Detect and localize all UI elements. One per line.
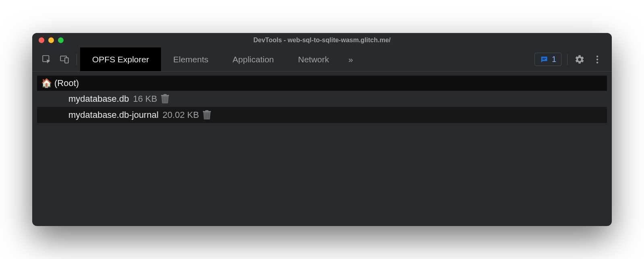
root-label: (Root) xyxy=(54,78,79,88)
tab-elements[interactable]: Elements xyxy=(161,47,221,71)
svg-point-6 xyxy=(597,58,598,60)
divider xyxy=(76,54,77,65)
svg-rect-4 xyxy=(542,59,545,60)
kebab-menu-icon xyxy=(592,54,603,65)
tab-application[interactable]: Application xyxy=(221,47,286,71)
opfs-tree-panel: 🏠 (Root) mydatabase.db 16 KB mydatabase.… xyxy=(32,72,612,226)
tab-network[interactable]: Network xyxy=(286,47,341,71)
close-window-button[interactable] xyxy=(39,37,44,43)
maximize-window-button[interactable] xyxy=(58,37,64,43)
svg-rect-2 xyxy=(65,58,68,63)
tree-file-row[interactable]: mydatabase.db 16 KB xyxy=(37,91,607,107)
tree-root-row[interactable]: 🏠 (Root) xyxy=(37,76,607,91)
file-name: mydatabase.db-journal xyxy=(68,110,159,120)
trash-icon xyxy=(161,94,169,104)
svg-rect-9 xyxy=(163,94,167,95)
titlebar: DevTools - web-sql-to-sqlite-wasm.glitch… xyxy=(32,33,612,47)
trash-icon xyxy=(203,110,211,120)
inspect-element-icon[interactable] xyxy=(38,51,56,68)
tab-label: Application xyxy=(233,55,274,64)
file-size: 16 KB xyxy=(133,94,157,104)
more-options-button[interactable] xyxy=(588,51,606,68)
issues-count: 1 xyxy=(552,55,556,64)
svg-rect-3 xyxy=(542,58,546,59)
file-name: mydatabase.db xyxy=(68,94,129,104)
tab-label: OPFS Explorer xyxy=(92,55,149,64)
gear-icon xyxy=(574,54,585,65)
devtools-tabbar: OPFS Explorer Elements Application Netwo… xyxy=(32,47,612,72)
tabs-list: OPFS Explorer Elements Application Netwo… xyxy=(80,47,360,71)
window-title: DevTools - web-sql-to-sqlite-wasm.glitch… xyxy=(32,37,612,44)
device-toolbar-icon[interactable] xyxy=(56,51,73,68)
svg-point-7 xyxy=(597,62,598,63)
tree-file-row[interactable]: mydatabase.db-journal 20.02 KB xyxy=(37,107,607,123)
devtools-window: DevTools - web-sql-to-sqlite-wasm.glitch… xyxy=(32,33,612,226)
delete-file-button[interactable] xyxy=(203,110,211,120)
tab-label: Network xyxy=(298,55,329,64)
tab-label: Elements xyxy=(173,55,208,64)
minimize-window-button[interactable] xyxy=(48,37,54,43)
chat-icon xyxy=(540,55,549,64)
chevron-double-right-icon: » xyxy=(349,55,353,64)
delete-file-button[interactable] xyxy=(161,94,169,104)
traffic-lights xyxy=(39,37,64,43)
issues-button[interactable]: 1 xyxy=(535,53,561,66)
file-size: 20.02 KB xyxy=(163,110,199,120)
svg-point-5 xyxy=(597,56,598,57)
settings-button[interactable] xyxy=(571,51,588,68)
house-icon: 🏠 xyxy=(41,78,52,88)
tab-opfs-explorer[interactable]: OPFS Explorer xyxy=(80,47,161,71)
more-tabs-button[interactable]: » xyxy=(341,47,361,71)
divider xyxy=(567,54,568,65)
svg-rect-14 xyxy=(205,110,208,111)
